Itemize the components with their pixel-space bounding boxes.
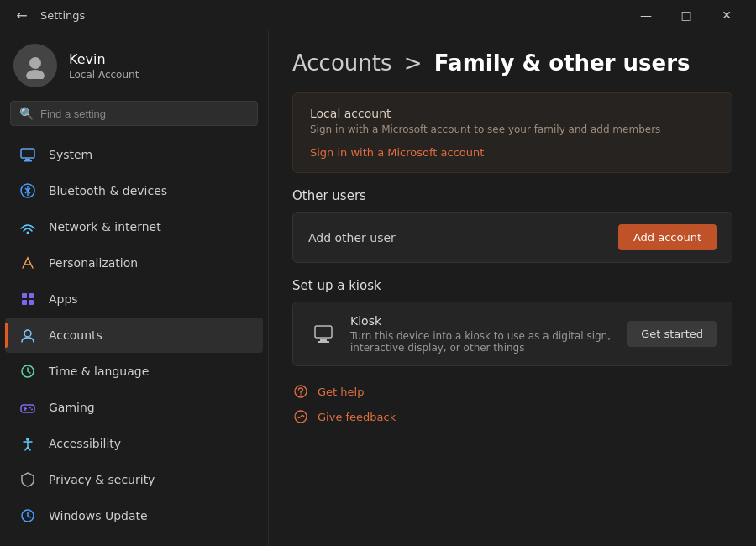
bluetooth-icon: [18, 181, 37, 200]
kiosk-icon: [308, 319, 339, 349]
sign-in-link[interactable]: Sign in with a Microsoft account: [310, 146, 484, 159]
page-header: Accounts > Family & other users: [292, 50, 732, 76]
maximize-button[interactable]: □: [667, 2, 706, 29]
page-title: Accounts > Family & other users: [292, 50, 732, 76]
accessibility-icon: [18, 434, 37, 453]
svg-rect-14: [21, 405, 34, 412]
give-feedback-link[interactable]: Give feedback: [292, 408, 732, 425]
sidebar: Kevin Local Account 🔍 System: [0, 30, 269, 546]
privacy-icon: [18, 470, 37, 489]
svg-point-12: [24, 330, 31, 337]
kiosk-header: Set up a kiosk: [292, 278, 732, 293]
avatar: [13, 44, 57, 87]
search-icon: 🔍: [19, 107, 34, 120]
accounts-icon: [18, 326, 37, 344]
svg-rect-10: [22, 300, 27, 305]
sidebar-item-label-time: Time & language: [49, 365, 149, 378]
svg-point-17: [29, 407, 31, 409]
sidebar-item-network[interactable]: Network & internet: [5, 209, 263, 244]
svg-point-25: [300, 394, 302, 396]
svg-point-6: [27, 232, 29, 234]
time-icon: [18, 362, 37, 381]
app-body: Kevin Local Account 🔍 System: [0, 30, 756, 546]
sidebar-item-gaming[interactable]: Gaming: [5, 390, 263, 425]
sidebar-item-accounts[interactable]: Accounts ◀: [5, 318, 263, 353]
kiosk-card: Kiosk Turn this device into a kiosk to u…: [292, 302, 732, 366]
sidebar-item-label-update: Windows Update: [49, 509, 148, 522]
kiosk-desc: Turn this device into a kiosk to use as …: [350, 330, 616, 354]
sidebar-item-label-privacy: Privacy & security: [49, 473, 155, 486]
network-icon: [18, 218, 37, 236]
personalization-icon: [18, 254, 37, 272]
svg-rect-11: [29, 300, 34, 305]
sidebar-item-label-apps: Apps: [49, 292, 78, 306]
gaming-icon: [18, 398, 37, 417]
svg-rect-4: [24, 160, 32, 162]
sidebar-item-accessibility[interactable]: Accessibility: [5, 426, 263, 461]
svg-point-19: [26, 438, 29, 441]
user-info: Kevin Local Account: [69, 51, 139, 81]
get-help-label: Get help: [318, 386, 364, 398]
other-users-header: Other users: [292, 188, 732, 203]
svg-rect-22: [320, 339, 327, 341]
apps-icon: [18, 290, 37, 308]
other-users-card: Add other user Add account: [292, 212, 732, 263]
svg-rect-8: [22, 293, 27, 298]
titlebar: ← Settings — □ ✕: [0, 0, 756, 30]
svg-rect-21: [315, 326, 332, 338]
window-controls: — □ ✕: [627, 2, 746, 29]
search-box[interactable]: 🔍: [10, 101, 258, 126]
sidebar-item-label-accounts: Accounts: [49, 328, 102, 342]
give-feedback-label: Give feedback: [318, 411, 396, 423]
sidebar-item-label-system: System: [49, 148, 92, 161]
sidebar-item-apps[interactable]: Apps: [5, 281, 263, 317]
system-icon: [18, 145, 37, 164]
sidebar-item-label-bluetooth: Bluetooth & devices: [49, 184, 167, 197]
svg-point-18: [31, 409, 33, 411]
svg-rect-23: [318, 341, 329, 343]
search-input[interactable]: [40, 108, 249, 120]
svg-point-1: [26, 70, 45, 79]
svg-rect-3: [25, 159, 30, 160]
sidebar-item-bluetooth[interactable]: Bluetooth & devices: [5, 173, 263, 208]
kiosk-info: Kiosk Turn this device into a kiosk to u…: [350, 314, 616, 354]
close-button[interactable]: ✕: [707, 2, 746, 29]
back-button[interactable]: ←: [10, 3, 34, 27]
user-section: Kevin Local Account: [0, 30, 268, 97]
get-help-icon: [292, 383, 309, 400]
sidebar-item-label-network: Network & internet: [49, 220, 161, 234]
add-account-button[interactable]: Add account: [618, 224, 717, 250]
sidebar-item-privacy[interactable]: Privacy & security: [5, 462, 263, 497]
minimize-button[interactable]: —: [627, 2, 665, 29]
svg-rect-2: [21, 149, 34, 158]
sidebar-item-personalization[interactable]: Personalization: [5, 245, 263, 281]
get-started-button[interactable]: Get started: [627, 321, 717, 347]
kiosk-title: Kiosk: [350, 314, 616, 328]
svg-rect-9: [29, 293, 34, 298]
give-feedback-icon: [292, 408, 309, 425]
sidebar-item-label-gaming: Gaming: [49, 401, 95, 414]
sidebar-item-time[interactable]: Time & language: [5, 354, 263, 389]
main-content: Accounts > Family & other users Local ac…: [269, 30, 756, 546]
local-account-title: Local account: [310, 107, 715, 120]
local-account-desc: Sign in with a Microsoft account to see …: [310, 123, 715, 135]
update-icon: [18, 507, 37, 525]
sidebar-item-label-personalization: Personalization: [49, 256, 138, 270]
nav-list: System Bluetooth & devices: [0, 136, 268, 534]
sidebar-item-label-accessibility: Accessibility: [49, 437, 121, 450]
user-name: Kevin: [69, 51, 139, 67]
app-title: Settings: [40, 9, 85, 22]
bottom-links: Get help Give feedback: [292, 383, 732, 425]
svg-point-0: [29, 57, 41, 69]
local-account-card: Local account Sign in with a Microsoft a…: [292, 92, 732, 173]
sidebar-item-system[interactable]: System: [5, 137, 263, 172]
add-other-user-label: Add other user: [308, 231, 396, 244]
sidebar-item-update[interactable]: Windows Update: [5, 498, 263, 533]
user-type: Local Account: [69, 69, 139, 81]
get-help-link[interactable]: Get help: [292, 383, 732, 400]
